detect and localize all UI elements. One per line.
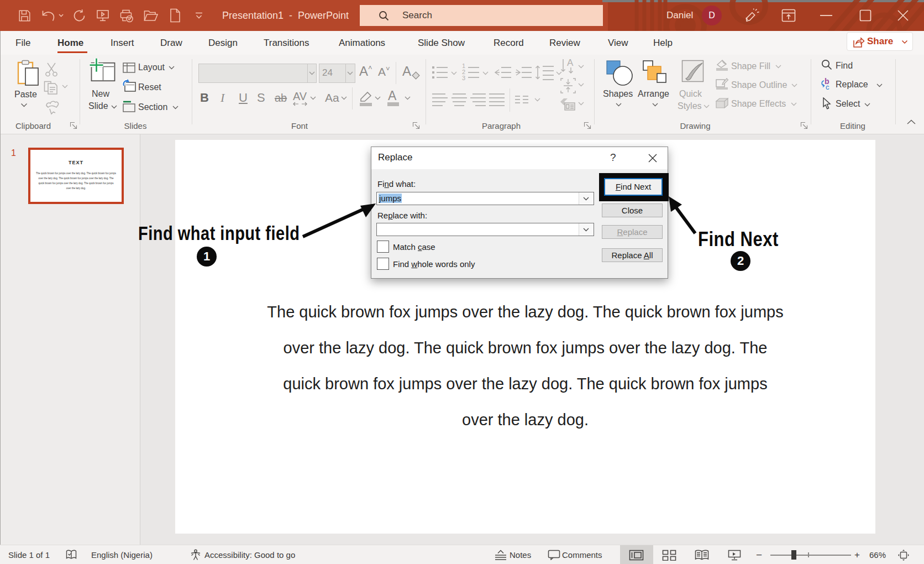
svg-text:c: c [826, 83, 830, 91]
svg-text:A: A [567, 58, 574, 68]
